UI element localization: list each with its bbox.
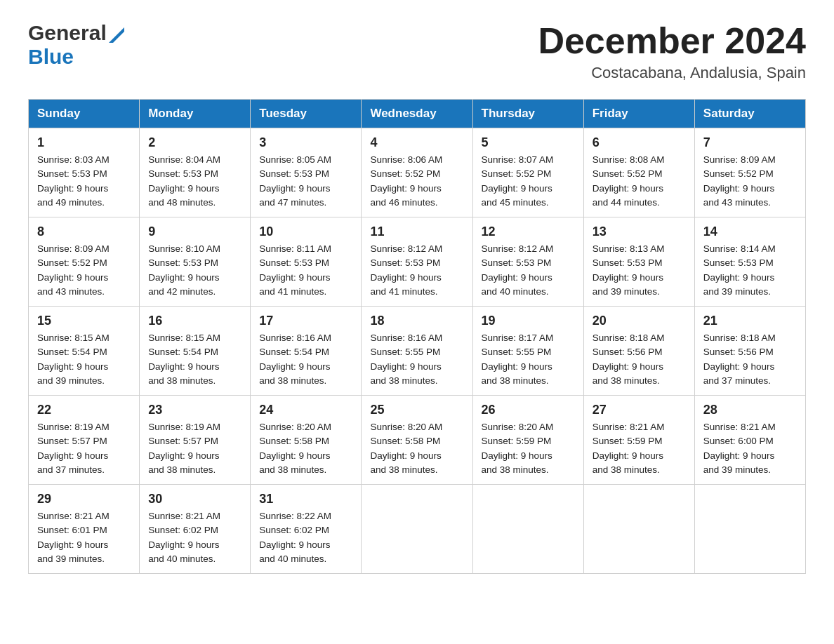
day-number: 26: [482, 403, 575, 417]
day-number: 21: [703, 314, 797, 328]
day-number: 15: [37, 314, 131, 328]
calendar-cell: 22Sunrise: 8:19 AMSunset: 5:57 PMDayligh…: [29, 396, 140, 485]
week-row-2: 8Sunrise: 8:09 AMSunset: 5:52 PMDaylight…: [29, 217, 806, 307]
day-number: 7: [703, 135, 797, 150]
day-info: Sunrise: 8:21 AMSunset: 5:59 PMDaylight:…: [593, 420, 686, 477]
week-row-1: 1Sunrise: 8:03 AMSunset: 5:53 PMDaylight…: [29, 128, 806, 217]
week-row-5: 29Sunrise: 8:21 AMSunset: 6:01 PMDayligh…: [29, 485, 806, 574]
calendar-cell: 15Sunrise: 8:15 AMSunset: 5:54 PMDayligh…: [29, 307, 140, 396]
calendar-header-row: SundayMondayTuesdayWednesdayThursdayFrid…: [29, 100, 806, 128]
day-number: 1: [37, 135, 131, 150]
day-info: Sunrise: 8:14 AMSunset: 5:53 PMDaylight:…: [703, 242, 797, 299]
day-number: 9: [148, 224, 241, 239]
calendar-cell: 25Sunrise: 8:20 AMSunset: 5:58 PMDayligh…: [362, 396, 472, 485]
calendar-cell: 31Sunrise: 8:22 AMSunset: 6:02 PMDayligh…: [251, 485, 362, 574]
day-info: Sunrise: 8:19 AMSunset: 5:57 PMDaylight:…: [148, 420, 241, 477]
calendar-cell: 11Sunrise: 8:12 AMSunset: 5:53 PMDayligh…: [362, 217, 472, 307]
logo-general-text: General: [28, 21, 107, 45]
column-header-tuesday: Tuesday: [251, 100, 362, 128]
calendar-cell: 9Sunrise: 8:10 AMSunset: 5:53 PMDaylight…: [140, 217, 251, 307]
day-info: Sunrise: 8:11 AMSunset: 5:53 PMDaylight:…: [259, 242, 352, 299]
column-header-friday: Friday: [583, 100, 694, 128]
day-info: Sunrise: 8:17 AMSunset: 5:55 PMDaylight:…: [482, 331, 575, 388]
day-info: Sunrise: 8:15 AMSunset: 5:54 PMDaylight:…: [148, 331, 241, 388]
week-row-4: 22Sunrise: 8:19 AMSunset: 5:57 PMDayligh…: [29, 396, 806, 485]
calendar-cell: 20Sunrise: 8:18 AMSunset: 5:56 PMDayligh…: [583, 307, 694, 396]
day-number: 17: [259, 314, 352, 328]
day-number: 2: [148, 135, 241, 150]
day-number: 20: [593, 314, 686, 328]
calendar-cell: 16Sunrise: 8:15 AMSunset: 5:54 PMDayligh…: [140, 307, 251, 396]
calendar-cell: [583, 485, 694, 574]
day-number: 29: [37, 492, 131, 507]
day-info: Sunrise: 8:19 AMSunset: 5:57 PMDaylight:…: [37, 420, 131, 477]
calendar-cell: 7Sunrise: 8:09 AMSunset: 5:52 PMDaylight…: [694, 128, 805, 217]
logo-triangle-icon: [109, 25, 124, 43]
day-info: Sunrise: 8:21 AMSunset: 6:01 PMDaylight:…: [37, 509, 131, 566]
day-info: Sunrise: 8:07 AMSunset: 5:52 PMDaylight:…: [482, 153, 575, 210]
day-info: Sunrise: 8:06 AMSunset: 5:52 PMDaylight:…: [370, 153, 463, 210]
day-info: Sunrise: 8:16 AMSunset: 5:54 PMDaylight:…: [259, 331, 352, 388]
day-info: Sunrise: 8:08 AMSunset: 5:52 PMDaylight:…: [593, 153, 686, 210]
day-info: Sunrise: 8:20 AMSunset: 5:58 PMDaylight:…: [370, 420, 463, 477]
week-row-3: 15Sunrise: 8:15 AMSunset: 5:54 PMDayligh…: [29, 307, 806, 396]
day-number: 25: [370, 403, 463, 417]
calendar-table: SundayMondayTuesdayWednesdayThursdayFrid…: [28, 99, 806, 574]
day-number: 24: [259, 403, 352, 417]
month-title: December 2024: [538, 21, 806, 61]
calendar-cell: 28Sunrise: 8:21 AMSunset: 6:00 PMDayligh…: [694, 396, 805, 485]
day-info: Sunrise: 8:20 AMSunset: 5:58 PMDaylight:…: [259, 420, 352, 477]
day-info: Sunrise: 8:09 AMSunset: 5:52 PMDaylight:…: [37, 242, 131, 299]
day-number: 22: [37, 403, 131, 417]
calendar-cell: 8Sunrise: 8:09 AMSunset: 5:52 PMDaylight…: [29, 217, 140, 307]
day-number: 6: [593, 135, 686, 150]
day-number: 10: [259, 224, 352, 239]
calendar-cell: 24Sunrise: 8:20 AMSunset: 5:58 PMDayligh…: [251, 396, 362, 485]
column-header-saturday: Saturday: [694, 100, 805, 128]
day-number: 12: [482, 224, 575, 239]
calendar-cell: 29Sunrise: 8:21 AMSunset: 6:01 PMDayligh…: [29, 485, 140, 574]
calendar-cell: 6Sunrise: 8:08 AMSunset: 5:52 PMDaylight…: [583, 128, 694, 217]
day-number: 23: [148, 403, 241, 417]
calendar-cell: 27Sunrise: 8:21 AMSunset: 5:59 PMDayligh…: [583, 396, 694, 485]
day-number: 13: [593, 224, 686, 239]
calendar-cell: [362, 485, 472, 574]
calendar-cell: 30Sunrise: 8:21 AMSunset: 6:02 PMDayligh…: [140, 485, 251, 574]
column-header-sunday: Sunday: [29, 100, 140, 128]
calendar-cell: 13Sunrise: 8:13 AMSunset: 5:53 PMDayligh…: [583, 217, 694, 307]
column-header-wednesday: Wednesday: [362, 100, 472, 128]
calendar-cell: 5Sunrise: 8:07 AMSunset: 5:52 PMDaylight…: [472, 128, 583, 217]
day-number: 4: [370, 135, 463, 150]
calendar-cell: 4Sunrise: 8:06 AMSunset: 5:52 PMDaylight…: [362, 128, 472, 217]
day-info: Sunrise: 8:13 AMSunset: 5:53 PMDaylight:…: [593, 242, 686, 299]
column-header-thursday: Thursday: [472, 100, 583, 128]
day-info: Sunrise: 8:21 AMSunset: 6:00 PMDaylight:…: [703, 420, 797, 477]
day-number: 8: [37, 224, 131, 239]
calendar-cell: 1Sunrise: 8:03 AMSunset: 5:53 PMDaylight…: [29, 128, 140, 217]
calendar-cell: 18Sunrise: 8:16 AMSunset: 5:55 PMDayligh…: [362, 307, 472, 396]
day-number: 27: [593, 403, 686, 417]
day-number: 18: [370, 314, 463, 328]
day-number: 31: [259, 492, 352, 507]
calendar-cell: 10Sunrise: 8:11 AMSunset: 5:53 PMDayligh…: [251, 217, 362, 307]
day-info: Sunrise: 8:16 AMSunset: 5:55 PMDaylight:…: [370, 331, 463, 388]
calendar-cell: 23Sunrise: 8:19 AMSunset: 5:57 PMDayligh…: [140, 396, 251, 485]
day-info: Sunrise: 8:18 AMSunset: 5:56 PMDaylight:…: [703, 331, 797, 388]
title-area: December 2024 Costacabana, Andalusia, Sp…: [538, 21, 806, 82]
day-number: 11: [370, 224, 463, 239]
calendar-cell: [472, 485, 583, 574]
calendar-cell: 21Sunrise: 8:18 AMSunset: 5:56 PMDayligh…: [694, 307, 805, 396]
day-info: Sunrise: 8:09 AMSunset: 5:52 PMDaylight:…: [703, 153, 797, 210]
day-info: Sunrise: 8:18 AMSunset: 5:56 PMDaylight:…: [593, 331, 686, 388]
logo-blue-text: Blue: [28, 45, 74, 68]
day-info: Sunrise: 8:15 AMSunset: 5:54 PMDaylight:…: [37, 331, 131, 388]
calendar-cell: 12Sunrise: 8:12 AMSunset: 5:53 PMDayligh…: [472, 217, 583, 307]
location-subtitle: Costacabana, Andalusia, Spain: [538, 64, 806, 82]
day-number: 3: [259, 135, 352, 150]
calendar-cell: 17Sunrise: 8:16 AMSunset: 5:54 PMDayligh…: [251, 307, 362, 396]
calendar-cell: 3Sunrise: 8:05 AMSunset: 5:53 PMDaylight…: [251, 128, 362, 217]
calendar-cell: 26Sunrise: 8:20 AMSunset: 5:59 PMDayligh…: [472, 396, 583, 485]
calendar-cell: [694, 485, 805, 574]
day-info: Sunrise: 8:22 AMSunset: 6:02 PMDaylight:…: [259, 509, 352, 566]
day-info: Sunrise: 8:21 AMSunset: 6:02 PMDaylight:…: [148, 509, 241, 566]
